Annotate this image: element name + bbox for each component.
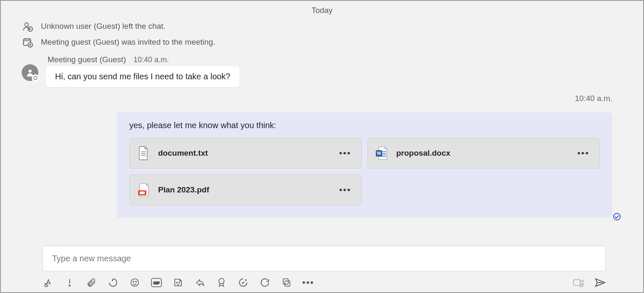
svg-rect-8 [140,192,145,194]
outgoing-message: 10:40 a.m. yes, please let me know what … [13,92,631,220]
avatar[interactable] [22,64,38,81]
svg-point-10 [131,279,138,286]
message-header: Meeting guest (Guest) 10:40 a.m. [46,55,239,66]
presence-indicator [32,74,39,82]
attachment-name: proposal.docx [396,149,566,158]
svg-point-4 [28,70,31,73]
read-receipt-icon [613,213,621,220]
message-time: 10:40 a.m. [133,56,169,64]
svg-point-9 [69,285,70,286]
emoji-button[interactable] [129,277,140,288]
svg-rect-18 [285,281,290,286]
word-file-icon: W [375,146,388,161]
svg-text:GIF: GIF [153,281,160,285]
format-button[interactable] [43,277,53,288]
text-file-icon [137,146,150,161]
loop-button[interactable] [108,277,118,288]
compose-area: GIF [13,242,631,292]
svg-rect-20 [574,280,580,285]
attachment-name: Plan 2023.pdf [158,185,328,194]
compose-toolbar: GIF [43,271,606,292]
attachment-more-button[interactable]: ••• [575,146,592,160]
svg-point-15 [176,282,177,283]
message-time: 10:40 a.m. [575,94,612,103]
svg-text:W: W [377,151,381,156]
svg-point-11 [133,281,134,282]
system-event-meeting-invite: Meeting guest (Guest) was invited to the… [13,34,631,50]
copy-button[interactable] [281,277,292,288]
attachment-name: document.txt [158,149,328,158]
svg-point-12 [136,281,136,282]
sticker-button[interactable] [173,277,184,288]
gif-button[interactable]: GIF [151,277,162,288]
attach-button[interactable] [86,277,97,288]
video-clip-button[interactable] [573,277,584,288]
system-event-text: Meeting guest (Guest) was invited to the… [41,38,215,47]
attachment-grid: document.txt ••• W proposal.docx [129,138,600,205]
attachment-more-button[interactable]: ••• [337,183,354,197]
system-event-text: Unknown user (Guest) left the chat. [41,22,166,31]
approval-button[interactable] [216,277,227,288]
chat-panel: Today Unknown user (Guest) left the chat… [1,1,643,292]
svg-point-16 [179,282,180,283]
message-input[interactable] [43,246,606,271]
incoming-message: Meeting guest (Guest) 10:40 a.m. Hi, can… [13,53,631,89]
user-left-icon [22,21,33,32]
message-bubble[interactable]: Hi, can you send me files I need to take… [46,66,239,87]
attachment-more-button[interactable]: ••• [337,146,354,160]
svg-point-0 [25,23,29,26]
message-bubble[interactable]: yes, please let me know what you think: … [117,112,612,218]
pdf-file-icon [137,182,150,197]
actions-button[interactable] [194,277,205,288]
date-separator: Today [13,1,631,18]
system-event-user-left: Unknown user (Guest) left the chat. [13,18,631,34]
attachment-card[interactable]: Plan 2023.pdf ••• [129,174,362,205]
attachment-card[interactable]: document.txt ••• [129,138,362,169]
meeting-invite-icon [22,37,33,48]
viva-button[interactable] [238,277,249,288]
updates-button[interactable] [259,277,270,288]
sender-name: Meeting guest (Guest) [48,55,126,64]
message-text: Hi, can you send me files I need to take… [55,72,230,81]
svg-point-17 [219,278,224,284]
attachment-card[interactable]: W proposal.docx ••• [367,138,600,169]
priority-button[interactable] [64,277,75,288]
more-compose-button[interactable]: ••• [303,277,314,288]
send-button[interactable] [595,277,606,288]
svg-rect-19 [283,279,288,284]
message-text: yes, please let me know what you think: [129,121,600,130]
